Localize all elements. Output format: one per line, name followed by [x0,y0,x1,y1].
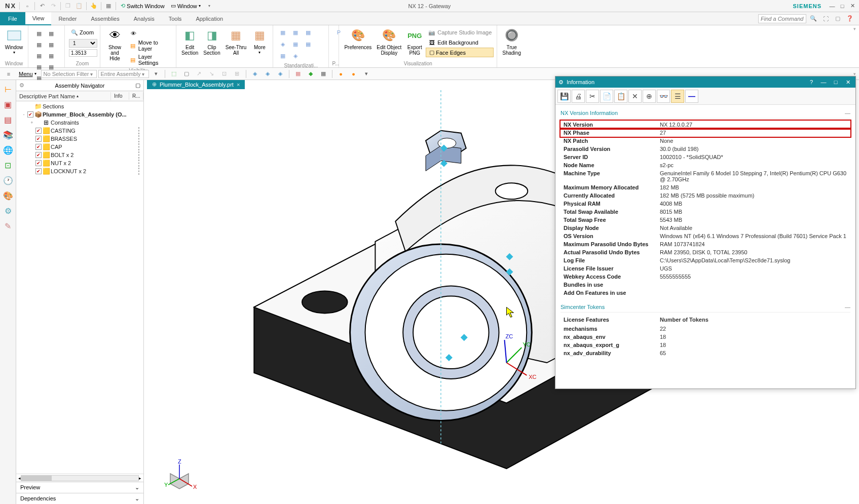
sel-icon[interactable]: ◆ [305,69,316,79]
sel-icon[interactable]: ⊡ [219,69,230,79]
sel-icon[interactable]: ↗ [194,69,205,79]
list-view-icon[interactable]: ☰ [671,90,684,103]
tab-application[interactable]: Application [189,12,230,25]
dialog-body[interactable]: NX Version Information— NX VersionNX 12.… [555,105,855,389]
checkbox-icon[interactable]: ✔ [35,128,42,134]
sel-icon[interactable]: ▢ [181,69,192,79]
tab-analysis[interactable]: Analysis [127,12,162,25]
window-button[interactable]: Window ▾ [3,26,25,56]
tree-row[interactable]: 📁Sections [17,102,142,110]
checkbox-icon[interactable]: ✔ [27,111,33,118]
move-layer-button[interactable]: ▤Move to Layer [127,38,173,53]
switch-window-button[interactable]: ⟲Switch Window [118,2,168,10]
col-r[interactable]: R... [129,92,143,100]
reuse-library-icon[interactable]: 📚 [2,129,14,141]
selection-filter[interactable]: No Selection Filter ▾ [41,70,97,78]
tree-row[interactable]: ✔🟨BOLT x 2 [17,151,142,159]
roles-icon[interactable]: 🎨 [2,189,14,202]
history-palette-icon[interactable]: 🕐 [2,174,14,186]
tree-row[interactable]: ✔🟨BRASSES [17,135,142,143]
edit-section-button[interactable]: ◧Edit Section [179,26,200,57]
checkbox-icon[interactable]: ✔ [35,152,42,158]
zoom-value[interactable] [69,49,97,57]
sel-icon[interactable]: ⊞ [232,69,243,79]
collapse-icon[interactable]: — [685,90,698,103]
tree-row[interactable]: ✔🟨CAP [17,143,142,151]
checkbox-icon[interactable]: ✔ [35,168,42,174]
menu-button[interactable]: Menu▾ [16,70,40,78]
search-icon[interactable]: 🔍 [808,14,818,24]
menu-icon[interactable]: ≡ [3,69,14,79]
help-icon[interactable]: ? [807,78,816,86]
dependencies-panel[interactable]: Dependencies⌄ [16,493,143,504]
tree-row[interactable]: +⊞Constraints [17,119,142,127]
part-tab[interactable]: ⊕ Plummer_Block_Assembly.prt × [147,80,245,89]
help-icon[interactable]: ❓ [845,14,855,24]
more-button[interactable]: ▦More▾ [249,26,270,57]
paste-icon[interactable]: 📋 [614,90,627,103]
dialog-titlebar[interactable]: ⚙ Information ? — □ ✕ [555,76,855,88]
std-icon[interactable]: ▦ [303,27,314,37]
zoom-select[interactable]: 1 [69,39,97,48]
std-icon[interactable]: ▦ [290,27,301,37]
sel-icon[interactable]: ↘ [206,69,217,79]
sel-icon[interactable]: ◈ [249,69,260,79]
fullscreen-icon[interactable]: ⛶ [820,14,831,24]
copy-icon[interactable]: ❐ [62,1,73,11]
save-icon[interactable]: 💾 [557,90,571,103]
preview-panel[interactable]: Preview⌄ [16,482,143,493]
collapse-icon[interactable]: — [845,304,850,310]
tree-row[interactable]: ✔🟨CASTING [17,127,142,135]
constraint-navigator-icon[interactable]: ▤ [2,113,14,126]
toolbar-chevron-icon[interactable]: ▾ [853,71,856,76]
sel-icon[interactable]: ● [335,69,347,79]
touch-icon[interactable]: 👆 [88,1,99,11]
std-icon[interactable]: ▦ [290,39,301,49]
tree-row[interactable]: -✔📦Plummer_Block_Assembly (O... [17,110,142,119]
orient-icon[interactable]: ▦ [33,51,45,61]
orient-icon[interactable]: ▦ [46,51,57,61]
window-dropdown[interactable]: ▭Window▾ [168,2,204,10]
cut-icon[interactable]: ✂ [586,90,599,103]
find-icon[interactable]: 👓 [657,90,670,103]
minimize-button[interactable]: — [828,2,837,10]
part-navigator-icon[interactable]: ⊢ [2,83,14,95]
clip-section-button[interactable]: ◨Clip Section [201,26,222,57]
assembly-filter[interactable]: Entire Assembly ▾ [98,70,149,78]
sel-icon[interactable]: ⬚ [168,69,179,79]
tree-row[interactable]: ✔🟨NUT x 2 [17,159,142,167]
see-thru-button[interactable]: ▦See-Thru All [223,26,249,57]
delete-icon[interactable]: ✕ [628,90,642,103]
zoom-button[interactable]: 🔍Zoom [69,27,96,37]
tree-row[interactable]: ✔🟨LOCKNUT x 2 [17,167,142,175]
assembly-navigator-icon[interactable]: ▣ [2,98,14,110]
new-icon[interactable]: ▫ [22,1,33,11]
preferences-button[interactable]: 🎨Preferences [342,26,374,57]
edit-background-button[interactable]: 🖼Edit Background [426,37,494,48]
minimize-ribbon-icon[interactable]: ▢ [833,14,843,24]
orient-icon[interactable]: ▦ [46,40,57,50]
h-scrollbar[interactable]: ◂ ▸ [16,474,143,482]
minimize-icon[interactable]: — [819,78,828,86]
std-icon[interactable]: ▦ [277,51,288,61]
checkbox-icon[interactable]: ✔ [35,144,42,150]
print-icon[interactable]: 🖨 [572,90,585,103]
std-icon[interactable]: ▦ [277,27,288,37]
file-tab[interactable]: File [0,12,25,25]
sel-icon[interactable]: ● [348,69,359,79]
collapse-icon[interactable]: — [845,110,850,116]
close-icon[interactable]: ✕ [843,78,852,86]
std-icon[interactable]: ◈ [290,51,301,61]
export-png-button[interactable]: PNGExport PNG [404,26,425,57]
col-descriptive-name[interactable]: Descriptive Part Name▴ [16,92,111,100]
tab-assemblies[interactable]: Assemblies [84,12,126,25]
capture-studio-button[interactable]: 📷Capture Studio Image [426,27,494,37]
copy-icon[interactable]: 📄 [600,90,613,103]
web-browser-icon[interactable]: 🌐 [2,144,14,156]
system-icon[interactable]: ⚙ [2,205,14,217]
orient-icon[interactable]: ▦ [33,40,45,50]
undo-icon[interactable]: ↶ [36,1,48,11]
dropdown-icon[interactable]: ▾ [204,1,215,11]
sel-icon[interactable]: ▾ [361,69,372,79]
std-icon[interactable]: ◈ [277,39,288,49]
